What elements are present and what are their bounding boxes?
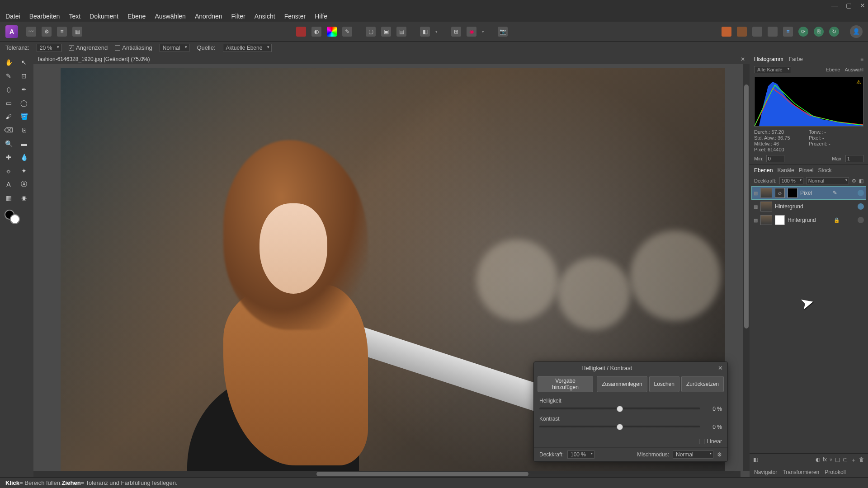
menu-ebene[interactable]: Ebene <box>127 13 146 20</box>
tab-farbe[interactable]: Farbe <box>789 56 803 62</box>
tab-stock[interactable]: Stock <box>818 167 831 174</box>
menu-text[interactable]: Text <box>69 13 80 20</box>
selection-new-icon[interactable]: ▢ <box>366 27 376 37</box>
lock-icon[interactable]: 🔒 <box>834 217 840 223</box>
tab-kanaele[interactable]: Kanäle <box>777 167 794 174</box>
menu-datei[interactable]: Datei <box>5 13 20 20</box>
layer-name[interactable]: Hintergrund <box>788 217 816 223</box>
frame-text-tool-icon[interactable]: Ⓐ <box>17 178 31 191</box>
add-preset-button[interactable]: Vorgabe hinzufügen <box>538 376 593 392</box>
menu-auswaehlen[interactable]: Auswählen <box>155 13 186 20</box>
brightness-contrast-dialog[interactable]: Helligkeit / Kontrast ✕ Vorgabe hinzufüg… <box>533 361 728 462</box>
layer-thumbnail[interactable] <box>760 188 772 198</box>
dodge-tool-icon[interactable]: ☼ <box>2 164 15 177</box>
sync2-icon[interactable]: ⎘ <box>814 27 824 37</box>
visibility-toggle[interactable] <box>858 190 864 196</box>
add-adjustment-icon[interactable]: ◐ <box>816 456 820 464</box>
move-tool-icon[interactable]: ↖ <box>17 56 31 69</box>
add-live-filter-icon[interactable]: ▿ <box>830 456 832 464</box>
mask-layer-icon[interactable]: ◧ <box>753 456 758 464</box>
vector-tool-icon[interactable]: ✦ <box>17 164 31 177</box>
tab-ebenen[interactable]: Ebenen <box>754 167 773 174</box>
quickmask-icon[interactable]: ◧ <box>420 27 430 37</box>
contiguous-checkbox[interactable]: Angrenzend <box>69 44 108 51</box>
camera-icon[interactable]: 📷 <box>498 27 508 37</box>
max-input[interactable] <box>845 155 863 162</box>
antialias-checkbox[interactable]: Antialiasing <box>115 44 152 51</box>
merge-button[interactable]: Zusammenlegen <box>597 376 647 392</box>
menu-dokument[interactable]: Dokument <box>90 13 118 20</box>
crop-tool-icon[interactable]: ⊡ <box>17 70 31 82</box>
dialog-opacity-dropdown[interactable]: 100 % <box>567 450 594 459</box>
persona-photo-icon[interactable]: 〰 <box>26 27 36 37</box>
tab-protokoll[interactable]: Protokoll <box>825 469 846 475</box>
blur-tool-icon[interactable]: 💧 <box>17 151 31 164</box>
menu-anordnen[interactable]: Anordnen <box>195 13 222 20</box>
layer-fx-icon[interactable]: ◧ <box>859 178 863 184</box>
dialog-close-icon[interactable]: ✕ <box>718 365 723 371</box>
tab-histogramm[interactable]: Histogramm <box>754 56 783 62</box>
color-swatch[interactable] <box>2 210 32 228</box>
sync3-icon[interactable]: ↻ <box>829 27 839 37</box>
account-icon[interactable]: 👤 <box>850 25 863 38</box>
brush-tool-icon[interactable]: 🖌 <box>2 110 15 123</box>
sphere-tool-icon[interactable]: ◉ <box>17 192 31 204</box>
crop-icon[interactable]: ⊞ <box>451 27 461 37</box>
scope-auswahl[interactable]: Auswahl <box>844 67 863 72</box>
add-mask-icon[interactable]: ▢ <box>835 456 840 464</box>
close-tab-icon[interactable]: ✕ <box>741 56 745 62</box>
selection-add-icon[interactable]: ▣ <box>381 27 391 37</box>
swatch-red-icon[interactable] <box>296 27 306 37</box>
channels-dropdown[interactable]: Alle Kanäle <box>754 66 791 73</box>
reset-button[interactable]: Zurücksetzen <box>681 376 724 392</box>
arrange-front-icon[interactable] <box>722 27 731 37</box>
min-input[interactable] <box>766 155 784 162</box>
zoom-tool-icon[interactable]: 🔍 <box>2 137 15 150</box>
tab-pinsel[interactable]: Pinsel <box>799 167 814 174</box>
persona-export-icon[interactable]: ▦ <box>72 27 82 37</box>
fill-tool-icon[interactable]: 🪣 <box>17 110 31 123</box>
panel-menu-icon[interactable]: ≡ <box>860 56 863 62</box>
clone-tool-icon[interactable]: ⎘ <box>17 124 31 136</box>
source-dropdown[interactable]: Aktuelle Ebene <box>223 44 272 52</box>
blendmode-dropdown[interactable]: Normal <box>160 44 190 52</box>
color-wheel-icon[interactable] <box>327 27 337 37</box>
menu-filter[interactable]: Filter <box>231 13 245 20</box>
close-window-button[interactable]: ✕ <box>860 2 865 9</box>
layer-row[interactable]: ▩ Hintergrund 🔒 <box>751 213 866 227</box>
scope-ebene[interactable]: Ebene <box>826 67 840 72</box>
layer-blend-dropdown[interactable]: Normal <box>806 177 849 184</box>
text-tool-icon[interactable]: A <box>2 178 15 191</box>
contrast-slider[interactable] <box>539 426 700 428</box>
picker-icon[interactable]: ✎ <box>342 27 352 37</box>
adjustment-brightness-icon[interactable]: ☼ <box>775 188 785 198</box>
layer-thumbnail[interactable] <box>760 202 772 211</box>
align-icon[interactable]: ≡ <box>783 27 793 37</box>
linear-checkbox[interactable] <box>699 439 704 444</box>
tab-navigator[interactable]: Navigator <box>754 469 777 475</box>
edit-icon[interactable]: ✎ <box>833 190 837 196</box>
target-icon[interactable]: ◉ <box>467 27 476 37</box>
layer-thumbnail[interactable] <box>760 215 772 225</box>
delete-button[interactable]: Löschen <box>649 376 679 392</box>
eraser-tool-icon[interactable]: ⌫ <box>2 124 15 136</box>
menu-hilfe[interactable]: Hilfe <box>315 13 327 20</box>
visibility-toggle[interactable] <box>858 217 864 223</box>
add-fx-icon[interactable]: fx <box>823 456 827 464</box>
dialog-gear-icon[interactable]: ⚙ <box>717 451 722 458</box>
brightness-slider[interactable] <box>539 408 700 410</box>
group-layers-icon[interactable]: 🗀 <box>843 456 848 464</box>
layer-name[interactable]: Hintergrund <box>775 203 803 210</box>
arrange-icon2[interactable] <box>768 27 778 37</box>
layer-name[interactable]: Pixel <box>800 190 812 196</box>
delete-layer-icon[interactable]: 🗑 <box>859 456 864 464</box>
layer-opacity-dropdown[interactable]: 100 % <box>779 177 803 184</box>
layer-row[interactable]: ▩ Hintergrund <box>751 200 866 213</box>
document-tab[interactable]: fashion-6146328_1920.jpg [Geändert] (75.… <box>33 54 750 64</box>
mesh-tool-icon[interactable]: ▦ <box>2 192 15 204</box>
persona-develop-icon[interactable]: ≡ <box>57 27 67 37</box>
vertical-scrollbar[interactable] <box>743 64 750 471</box>
layer-cog-icon[interactable]: ⚙ <box>852 178 856 184</box>
horizontal-scrollbar[interactable] <box>33 471 741 477</box>
marquee-tool-icon[interactable]: ▭ <box>2 97 15 109</box>
